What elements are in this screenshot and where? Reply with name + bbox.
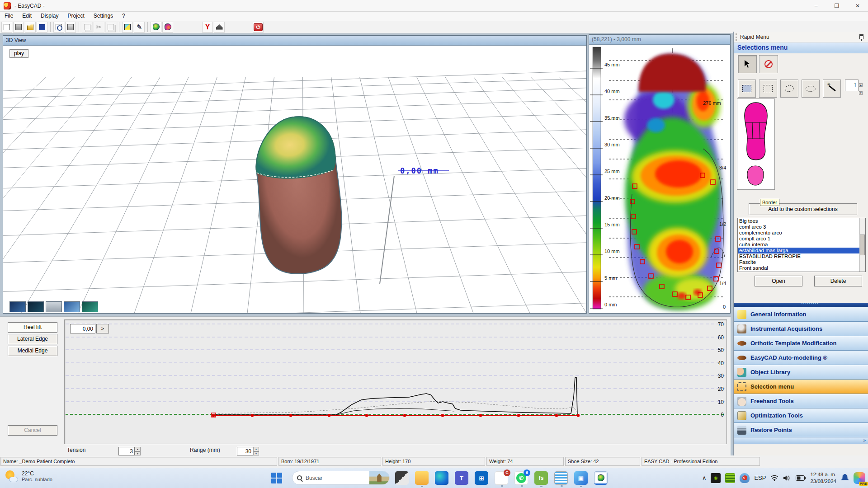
copilot-icon[interactable]: PRE — [854, 472, 865, 484]
print-preview-button[interactable] — [53, 22, 64, 33]
list-item[interactable]: Front sandal — [738, 265, 865, 271]
clock[interactable]: 12:48 a. m. 23/08/2024 — [810, 471, 836, 485]
pin-icon[interactable] — [859, 34, 863, 39]
menu-file[interactable]: File — [0, 12, 18, 21]
wifi-icon[interactable] — [770, 475, 778, 481]
menu-edit[interactable]: Edit — [18, 12, 36, 21]
list-item[interactable]: coml arco 3 — [738, 224, 865, 230]
start-button[interactable] — [271, 473, 282, 483]
view-thumbnail[interactable] — [46, 301, 62, 312]
export-3d-button[interactable] — [122, 22, 133, 33]
view-thumbnail[interactable] — [82, 301, 98, 312]
notification-bell-icon[interactable] — [841, 474, 849, 482]
custom-selections-list[interactable]: Big toes coml arco 3 complemento arco co… — [737, 218, 866, 272]
accordion-grip[interactable] — [734, 303, 868, 307]
accordion-freehand-tools[interactable]: Freehand Tools — [734, 394, 868, 408]
cabinet-button[interactable] — [13, 22, 24, 33]
pointer-tool-button[interactable] — [738, 55, 757, 73]
pressure-map[interactable] — [589, 45, 730, 313]
maximize-button[interactable]: ❐ — [826, 0, 847, 12]
profile-plot[interactable]: 706050403020100 — [64, 319, 727, 444]
open-selection-button[interactable]: Open — [755, 276, 802, 286]
list-item[interactable]: complt arco 1 — [738, 236, 865, 242]
view-thumbnail[interactable] — [28, 301, 44, 312]
search-box[interactable]: Buscar — [292, 471, 390, 485]
rect-select-filled-button[interactable] — [738, 80, 756, 98]
range-up-button[interactable]: ▲ — [253, 447, 259, 451]
language-indicator[interactable]: ESP — [754, 474, 766, 481]
foot-left-button[interactable] — [151, 22, 161, 33]
save-button[interactable] — [37, 22, 47, 33]
weather-widget[interactable]: 22°C Parc. nublado — [5, 469, 52, 483]
list-item[interactable]: Big toes — [738, 218, 865, 224]
draw-button[interactable]: ✎ — [134, 22, 145, 33]
volume-icon[interactable] — [783, 475, 791, 481]
accordion-restore-points[interactable]: Restore Points — [734, 423, 868, 437]
spin-up-button[interactable]: ▲ — [859, 83, 863, 87]
photos-button[interactable]: ▣ — [574, 471, 588, 485]
foot-right-button[interactable] — [162, 22, 173, 33]
grid-app-icon[interactable] — [725, 473, 735, 483]
close-button[interactable]: ✕ — [847, 0, 868, 12]
minimize-button[interactable]: – — [806, 0, 826, 12]
accordion-more-strip[interactable]: » — [734, 437, 868, 444]
accordion-easycad-auto-modelling[interactable]: EasyCAD Auto-modelling ® — [734, 351, 868, 365]
edge-button[interactable] — [435, 471, 448, 485]
teams-button[interactable]: T — [455, 471, 468, 485]
scrollbar-thumb[interactable] — [860, 235, 865, 255]
play-button[interactable]: play — [9, 49, 28, 58]
tension-value[interactable]: 3 — [118, 447, 135, 455]
list-scrollbar[interactable] — [859, 218, 865, 272]
heel-lift-button[interactable]: Heel lift — [8, 322, 57, 333]
open-button[interactable] — [25, 22, 36, 33]
lateral-edge-button[interactable]: Lateral Edge — [8, 334, 57, 344]
menu-project[interactable]: Project — [63, 12, 89, 21]
accordion-selection-menu[interactable]: Selection menu — [734, 380, 868, 394]
tension-up-button[interactable]: ▲ — [135, 447, 141, 451]
spin-down-button[interactable]: ▼ — [859, 91, 863, 95]
list-item-selected[interactable]: estabilidad mas larga — [738, 248, 865, 253]
new-file-button[interactable] — [1, 22, 12, 33]
whatsapp-button[interactable]: ✆ 6 — [514, 471, 528, 485]
accordion-instrumental-acquisitions[interactable]: Instrumental Acquisitions — [734, 322, 868, 336]
print-button[interactable] — [65, 22, 76, 33]
fs-app-button[interactable]: fs — [534, 471, 548, 485]
stamp-button[interactable] — [214, 22, 225, 33]
search-daily-image[interactable] — [369, 471, 389, 485]
accordion-general-information[interactable]: General Information — [734, 307, 868, 322]
delete-selection-button[interactable]: Delete — [814, 276, 862, 286]
rect-select-button[interactable] — [759, 80, 777, 98]
list-item[interactable]: ESTABILIDAD RETROPIE — [738, 253, 865, 259]
heel-lift-value-input[interactable]: 0,00 — [70, 324, 95, 333]
power-button[interactable]: ⏻ — [253, 22, 264, 33]
accordion-optimization-tools[interactable]: Optimization Tools — [734, 408, 868, 423]
battery-icon[interactable] — [796, 475, 806, 481]
view-thumbnail[interactable] — [9, 301, 26, 312]
lasso-select-button[interactable] — [780, 80, 798, 98]
range-value[interactable]: 30 — [237, 447, 253, 455]
calibration-button[interactable]: Y — [202, 22, 213, 33]
range-down-button[interactable]: ▼ — [253, 451, 259, 456]
accordion-orthotic-template-modification[interactable]: Orthotic Template Modification — [734, 336, 868, 351]
menu-settings[interactable]: Settings — [89, 12, 118, 21]
task-view-button[interactable] — [395, 471, 409, 485]
easycad-taskbar-button[interactable] — [594, 471, 608, 485]
list-item[interactable]: cuña interna — [738, 242, 865, 248]
store-button[interactable]: ⊞ — [475, 471, 488, 485]
menu-help[interactable]: ? — [118, 12, 130, 21]
accordion-object-library[interactable]: Object Library — [734, 365, 868, 380]
ellipse-select-button[interactable] — [802, 80, 820, 98]
tray-chevron-icon[interactable]: ∧ — [702, 474, 707, 481]
wand-tolerance-value[interactable]: 1 — [845, 80, 859, 91]
lines-app-button[interactable] — [554, 471, 568, 485]
apply-value-button[interactable]: > — [96, 324, 109, 333]
tension-down-button[interactable]: ▼ — [135, 451, 141, 456]
view-thumbnail[interactable] — [64, 301, 80, 312]
perspective-grid[interactable]: 0,00 mm — [3, 46, 586, 313]
deselect-tool-button[interactable] — [759, 55, 778, 73]
nvidia-icon[interactable]: ◉ — [711, 473, 721, 483]
menu-display[interactable]: Display — [36, 12, 63, 21]
list-item[interactable]: complemento arco — [738, 230, 865, 236]
onedrive-error-icon[interactable]: ✕ — [740, 473, 750, 483]
file-explorer-button[interactable] — [415, 471, 429, 485]
